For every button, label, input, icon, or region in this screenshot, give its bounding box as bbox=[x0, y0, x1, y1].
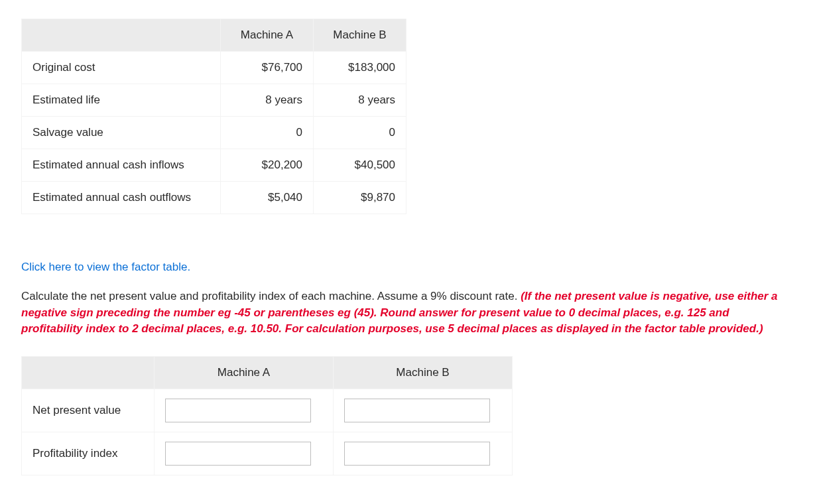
table-row: Estimated annual cash inflows $20,200 $4… bbox=[22, 149, 407, 182]
cell-value: 8 years bbox=[314, 84, 407, 117]
table-row: Original cost $76,700 $183,000 bbox=[22, 52, 407, 84]
npv-machine-b-input[interactable] bbox=[344, 399, 490, 422]
table-row: Salvage value 0 0 bbox=[22, 117, 407, 149]
table-row: Net present value bbox=[22, 389, 513, 432]
row-label: Estimated life bbox=[22, 84, 221, 117]
cell-value: $183,000 bbox=[314, 52, 407, 84]
row-label-pi: Profitability index bbox=[22, 432, 155, 475]
blank-header bbox=[22, 356, 155, 389]
pi-machine-b-input[interactable] bbox=[344, 442, 490, 466]
row-label: Estimated annual cash outflows bbox=[22, 182, 221, 214]
cell-value: 0 bbox=[221, 117, 314, 149]
table-row: Profitability index bbox=[22, 432, 513, 475]
table-row: Estimated annual cash outflows $5,040 $9… bbox=[22, 182, 407, 214]
cell-value: $76,700 bbox=[221, 52, 314, 84]
col-header-machine-a: Machine A bbox=[221, 19, 314, 52]
cell-value: $9,870 bbox=[314, 182, 407, 214]
factor-table-link[interactable]: Click here to view the factor table. bbox=[21, 261, 190, 273]
blank-header bbox=[22, 19, 221, 52]
npv-machine-a-input[interactable] bbox=[165, 399, 311, 422]
row-label: Original cost bbox=[22, 52, 221, 84]
factor-table-link-line: Click here to view the factor table. bbox=[21, 261, 792, 274]
row-label-npv: Net present value bbox=[22, 389, 155, 432]
cell-value: 0 bbox=[314, 117, 407, 149]
cell-value: $40,500 bbox=[314, 149, 407, 182]
row-label: Estimated annual cash inflows bbox=[22, 149, 221, 182]
cell-value: $5,040 bbox=[221, 182, 314, 214]
machine-data-table: Machine A Machine B Original cost $76,70… bbox=[21, 19, 407, 214]
answer-cell bbox=[155, 432, 334, 475]
answer-cell bbox=[334, 432, 513, 475]
col-header-machine-b: Machine B bbox=[314, 19, 407, 52]
answer-cell bbox=[155, 389, 334, 432]
row-label: Salvage value bbox=[22, 117, 221, 149]
table-row: Estimated life 8 years 8 years bbox=[22, 84, 407, 117]
instruction-text: Calculate the net present value and prof… bbox=[21, 288, 790, 338]
cell-value: 8 years bbox=[221, 84, 314, 117]
answer-cell bbox=[334, 389, 513, 432]
instruction-plain: Calculate the net present value and prof… bbox=[21, 290, 521, 302]
answer-col-header-machine-a: Machine A bbox=[155, 356, 334, 389]
pi-machine-a-input[interactable] bbox=[165, 442, 311, 466]
answer-col-header-machine-b: Machine B bbox=[334, 356, 513, 389]
answer-table: Machine A Machine B Net present value Pr… bbox=[21, 356, 513, 475]
cell-value: $20,200 bbox=[221, 149, 314, 182]
